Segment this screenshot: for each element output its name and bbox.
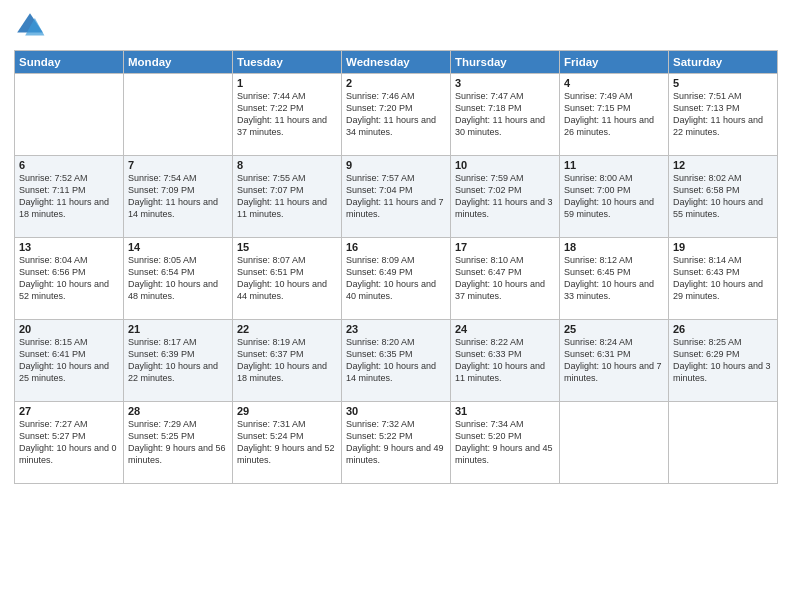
calendar-week-row: 27Sunrise: 7:27 AMSunset: 5:27 PMDayligh… [15, 402, 778, 484]
day-info: Sunrise: 7:51 AMSunset: 7:13 PMDaylight:… [673, 90, 773, 139]
day-number: 13 [19, 241, 119, 253]
day-number: 11 [564, 159, 664, 171]
day-info: Sunrise: 7:32 AMSunset: 5:22 PMDaylight:… [346, 418, 446, 467]
calendar-cell: 25Sunrise: 8:24 AMSunset: 6:31 PMDayligh… [560, 320, 669, 402]
calendar-cell [124, 74, 233, 156]
day-number: 7 [128, 159, 228, 171]
calendar-cell: 4Sunrise: 7:49 AMSunset: 7:15 PMDaylight… [560, 74, 669, 156]
calendar-cell: 16Sunrise: 8:09 AMSunset: 6:49 PMDayligh… [342, 238, 451, 320]
logo [14, 10, 48, 42]
calendar-week-row: 13Sunrise: 8:04 AMSunset: 6:56 PMDayligh… [15, 238, 778, 320]
day-info: Sunrise: 8:24 AMSunset: 6:31 PMDaylight:… [564, 336, 664, 385]
calendar-cell: 31Sunrise: 7:34 AMSunset: 5:20 PMDayligh… [451, 402, 560, 484]
day-number: 2 [346, 77, 446, 89]
day-info: Sunrise: 7:46 AMSunset: 7:20 PMDaylight:… [346, 90, 446, 139]
day-info: Sunrise: 8:25 AMSunset: 6:29 PMDaylight:… [673, 336, 773, 385]
day-number: 16 [346, 241, 446, 253]
day-info: Sunrise: 8:19 AMSunset: 6:37 PMDaylight:… [237, 336, 337, 385]
weekday-header: Friday [560, 51, 669, 74]
day-info: Sunrise: 8:15 AMSunset: 6:41 PMDaylight:… [19, 336, 119, 385]
header [14, 10, 778, 42]
calendar-cell: 23Sunrise: 8:20 AMSunset: 6:35 PMDayligh… [342, 320, 451, 402]
calendar-cell: 13Sunrise: 8:04 AMSunset: 6:56 PMDayligh… [15, 238, 124, 320]
calendar-cell [560, 402, 669, 484]
day-number: 15 [237, 241, 337, 253]
calendar-week-row: 1Sunrise: 7:44 AMSunset: 7:22 PMDaylight… [15, 74, 778, 156]
calendar-cell: 21Sunrise: 8:17 AMSunset: 6:39 PMDayligh… [124, 320, 233, 402]
day-info: Sunrise: 8:05 AMSunset: 6:54 PMDaylight:… [128, 254, 228, 303]
weekday-header: Saturday [669, 51, 778, 74]
day-info: Sunrise: 7:34 AMSunset: 5:20 PMDaylight:… [455, 418, 555, 467]
calendar-cell: 24Sunrise: 8:22 AMSunset: 6:33 PMDayligh… [451, 320, 560, 402]
calendar-cell: 8Sunrise: 7:55 AMSunset: 7:07 PMDaylight… [233, 156, 342, 238]
calendar-cell: 6Sunrise: 7:52 AMSunset: 7:11 PMDaylight… [15, 156, 124, 238]
day-number: 9 [346, 159, 446, 171]
calendar-header-row: SundayMondayTuesdayWednesdayThursdayFrid… [15, 51, 778, 74]
day-info: Sunrise: 7:31 AMSunset: 5:24 PMDaylight:… [237, 418, 337, 467]
day-info: Sunrise: 8:09 AMSunset: 6:49 PMDaylight:… [346, 254, 446, 303]
day-info: Sunrise: 8:07 AMSunset: 6:51 PMDaylight:… [237, 254, 337, 303]
day-number: 17 [455, 241, 555, 253]
day-number: 23 [346, 323, 446, 335]
day-number: 25 [564, 323, 664, 335]
weekday-header: Wednesday [342, 51, 451, 74]
calendar-cell [15, 74, 124, 156]
day-info: Sunrise: 8:00 AMSunset: 7:00 PMDaylight:… [564, 172, 664, 221]
calendar-cell: 28Sunrise: 7:29 AMSunset: 5:25 PMDayligh… [124, 402, 233, 484]
day-info: Sunrise: 7:47 AMSunset: 7:18 PMDaylight:… [455, 90, 555, 139]
calendar-cell: 9Sunrise: 7:57 AMSunset: 7:04 PMDaylight… [342, 156, 451, 238]
page: SundayMondayTuesdayWednesdayThursdayFrid… [0, 0, 792, 612]
day-number: 21 [128, 323, 228, 335]
day-number: 19 [673, 241, 773, 253]
day-info: Sunrise: 7:54 AMSunset: 7:09 PMDaylight:… [128, 172, 228, 221]
calendar-cell: 11Sunrise: 8:00 AMSunset: 7:00 PMDayligh… [560, 156, 669, 238]
day-number: 4 [564, 77, 664, 89]
day-info: Sunrise: 8:12 AMSunset: 6:45 PMDaylight:… [564, 254, 664, 303]
calendar-cell: 14Sunrise: 8:05 AMSunset: 6:54 PMDayligh… [124, 238, 233, 320]
day-info: Sunrise: 7:59 AMSunset: 7:02 PMDaylight:… [455, 172, 555, 221]
day-number: 12 [673, 159, 773, 171]
day-number: 6 [19, 159, 119, 171]
day-number: 31 [455, 405, 555, 417]
calendar-cell: 5Sunrise: 7:51 AMSunset: 7:13 PMDaylight… [669, 74, 778, 156]
calendar-cell: 20Sunrise: 8:15 AMSunset: 6:41 PMDayligh… [15, 320, 124, 402]
day-info: Sunrise: 8:22 AMSunset: 6:33 PMDaylight:… [455, 336, 555, 385]
day-number: 22 [237, 323, 337, 335]
day-info: Sunrise: 8:20 AMSunset: 6:35 PMDaylight:… [346, 336, 446, 385]
day-number: 8 [237, 159, 337, 171]
calendar-cell: 12Sunrise: 8:02 AMSunset: 6:58 PMDayligh… [669, 156, 778, 238]
day-number: 27 [19, 405, 119, 417]
calendar-cell: 17Sunrise: 8:10 AMSunset: 6:47 PMDayligh… [451, 238, 560, 320]
day-info: Sunrise: 7:52 AMSunset: 7:11 PMDaylight:… [19, 172, 119, 221]
day-info: Sunrise: 8:10 AMSunset: 6:47 PMDaylight:… [455, 254, 555, 303]
weekday-header: Tuesday [233, 51, 342, 74]
day-info: Sunrise: 8:14 AMSunset: 6:43 PMDaylight:… [673, 254, 773, 303]
day-number: 3 [455, 77, 555, 89]
day-number: 14 [128, 241, 228, 253]
calendar-cell: 30Sunrise: 7:32 AMSunset: 5:22 PMDayligh… [342, 402, 451, 484]
calendar-cell: 1Sunrise: 7:44 AMSunset: 7:22 PMDaylight… [233, 74, 342, 156]
calendar-table: SundayMondayTuesdayWednesdayThursdayFrid… [14, 50, 778, 484]
calendar-cell: 2Sunrise: 7:46 AMSunset: 7:20 PMDaylight… [342, 74, 451, 156]
day-number: 29 [237, 405, 337, 417]
calendar-week-row: 6Sunrise: 7:52 AMSunset: 7:11 PMDaylight… [15, 156, 778, 238]
day-number: 30 [346, 405, 446, 417]
day-number: 20 [19, 323, 119, 335]
calendar-cell: 26Sunrise: 8:25 AMSunset: 6:29 PMDayligh… [669, 320, 778, 402]
calendar-cell: 10Sunrise: 7:59 AMSunset: 7:02 PMDayligh… [451, 156, 560, 238]
day-info: Sunrise: 7:27 AMSunset: 5:27 PMDaylight:… [19, 418, 119, 467]
day-info: Sunrise: 7:29 AMSunset: 5:25 PMDaylight:… [128, 418, 228, 467]
day-info: Sunrise: 8:04 AMSunset: 6:56 PMDaylight:… [19, 254, 119, 303]
calendar-cell: 7Sunrise: 7:54 AMSunset: 7:09 PMDaylight… [124, 156, 233, 238]
day-number: 26 [673, 323, 773, 335]
day-info: Sunrise: 8:17 AMSunset: 6:39 PMDaylight:… [128, 336, 228, 385]
day-number: 10 [455, 159, 555, 171]
weekday-header: Thursday [451, 51, 560, 74]
weekday-header: Sunday [15, 51, 124, 74]
day-number: 18 [564, 241, 664, 253]
day-number: 24 [455, 323, 555, 335]
calendar-cell: 15Sunrise: 8:07 AMSunset: 6:51 PMDayligh… [233, 238, 342, 320]
calendar-cell: 29Sunrise: 7:31 AMSunset: 5:24 PMDayligh… [233, 402, 342, 484]
calendar-cell: 22Sunrise: 8:19 AMSunset: 6:37 PMDayligh… [233, 320, 342, 402]
calendar-cell: 3Sunrise: 7:47 AMSunset: 7:18 PMDaylight… [451, 74, 560, 156]
